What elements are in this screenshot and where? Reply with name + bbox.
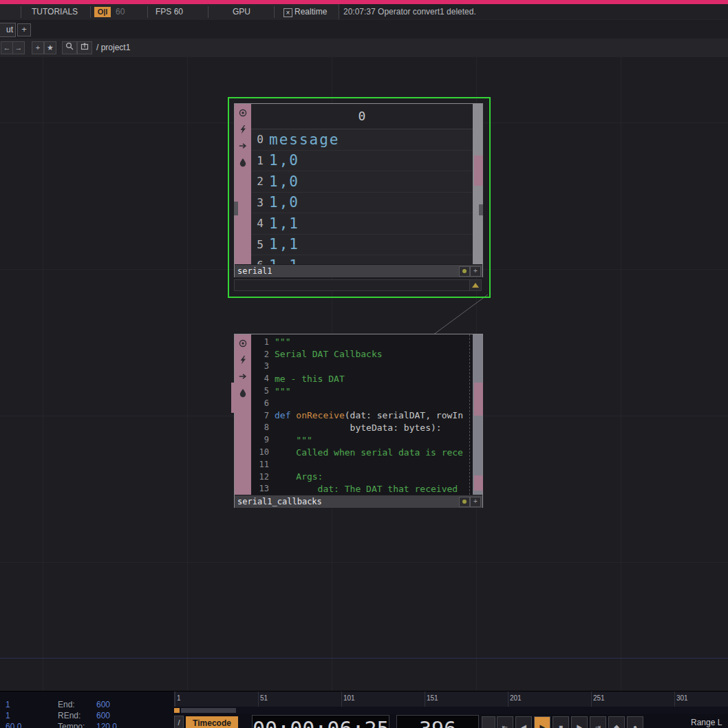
timecode-mode-button[interactable]: / <box>174 716 184 728</box>
realtime-checkbox[interactable]: × <box>283 8 292 17</box>
dat-input-connector[interactable] <box>231 383 237 413</box>
dock-flag-icon[interactable] <box>236 369 250 384</box>
forward-button[interactable]: → <box>12 41 25 54</box>
node-add-button[interactable]: + <box>470 266 481 277</box>
node-serial1-callbacks[interactable]: 1"""2Serial DAT Callbacks34me - this DAT… <box>234 334 483 508</box>
fps-indicator[interactable]: FPS 60 <box>156 7 183 17</box>
touchdesigner-window: TUTORIALS O|I 60 FPS 60 GPU × Realtime 2… <box>0 0 728 728</box>
timecode-label[interactable]: Timecode <box>186 716 238 728</box>
divider <box>274 6 275 18</box>
table-row[interactable]: 41,1 <box>251 213 473 235</box>
tutorials-button[interactable]: TUTORIALS <box>32 7 78 17</box>
dat-output-connector[interactable] <box>474 383 483 416</box>
transport-play-forward-button[interactable]: ▶ <box>571 716 588 728</box>
transport-play-button[interactable]: ▶ <box>534 716 550 728</box>
rate-value[interactable]: 60.0 <box>6 722 21 728</box>
tempo-value[interactable]: 120.0 <box>96 722 117 728</box>
star-button[interactable]: ★ <box>44 41 56 54</box>
add-bookmark-button[interactable]: + <box>32 41 44 54</box>
transport-cue-button[interactable]: ● <box>627 716 643 728</box>
dat-text-viewer[interactable]: 1"""2Serial DAT Callbacks34me - this DAT… <box>251 334 473 495</box>
code-segment: """ <box>275 435 312 445</box>
cook-flag-icon[interactable] <box>236 155 250 170</box>
code-line: 8 byteData: bytes): <box>251 422 473 434</box>
node-name-bar: serial1_callbacks + <box>235 495 482 508</box>
dock-flag-icon[interactable] <box>236 138 250 153</box>
add-pane-tab-button[interactable]: + <box>17 23 31 36</box>
node-name[interactable]: serial1 <box>237 266 272 276</box>
code-segment: Called when serial data is rece <box>275 447 463 458</box>
ruler-tick-label: 251 <box>593 694 605 702</box>
ruler-tick-label: 201 <box>510 694 522 702</box>
timeline-scrollbar[interactable] <box>174 707 728 714</box>
table-row[interactable]: 21,0 <box>251 171 473 193</box>
timeline-ruler[interactable]: 151101151201251301 <box>174 692 728 707</box>
table-row[interactable]: 61,1 <box>251 255 473 264</box>
node-name[interactable]: serial1_callbacks <box>237 497 322 506</box>
line-number: 2 <box>251 350 275 359</box>
dat-table-viewer[interactable]: 0 0message11,021,031,041,151,161,1 <box>251 104 473 264</box>
search-button[interactable] <box>62 41 77 54</box>
code-line: 13 dat: The DAT that received <box>251 483 473 495</box>
viewer-active-button[interactable] <box>459 497 470 507</box>
panel-separator <box>0 658 728 659</box>
dat-input-connector[interactable] <box>234 202 238 215</box>
divider <box>208 6 208 18</box>
transport-jump-end-button[interactable]: ⇥ <box>590 716 606 728</box>
code-segment: Serial DAT Callbacks <box>275 349 383 359</box>
transport-loop-button[interactable]: ◆ <box>608 716 625 728</box>
timeline-scroll-handle[interactable] <box>181 708 236 713</box>
ruler-tick-label: 301 <box>676 694 688 702</box>
status-message: 20:07:37 Operator convert1 deleted. <box>343 7 476 17</box>
bypass-flag-icon[interactable] <box>236 352 250 367</box>
oi-toggle[interactable]: O|I <box>94 7 111 17</box>
row-index: 3 <box>251 196 264 209</box>
playhead-marker[interactable] <box>174 708 180 713</box>
ruler-tick-label: 51 <box>260 694 268 702</box>
end-frame-value[interactable]: 600 <box>96 700 110 709</box>
pane-tab[interactable]: ut <box>0 23 16 37</box>
row-index: 2 <box>251 175 264 188</box>
transport-aux-button[interactable] <box>482 716 495 728</box>
ruler-tick <box>591 692 592 707</box>
node-add-button[interactable]: + <box>470 497 481 507</box>
back-button[interactable]: ← <box>1 41 13 54</box>
node-serial1[interactable]: 0 0message11,021,031,041,151,161,1 seria… <box>234 103 483 277</box>
code-line: 2Serial DAT Callbacks <box>251 348 473 361</box>
divider <box>21 6 21 18</box>
ruler-tick <box>175 692 175 707</box>
row-index: 6 <box>251 259 264 264</box>
row-index: 1 <box>251 154 264 167</box>
range-start-value[interactable]: 1 <box>6 711 10 720</box>
cell-value: 1,1 <box>269 215 299 232</box>
dat-output-connector-small[interactable] <box>479 204 483 215</box>
transport-step-back-button[interactable]: ◀ <box>515 716 532 728</box>
bypass-flag-icon[interactable] <box>236 122 250 137</box>
code-segment: me - this DAT <box>275 374 345 384</box>
breadcrumb[interactable]: / project1 <box>96 43 130 52</box>
start-frame-value[interactable]: 1 <box>6 700 10 709</box>
cook-flag-icon[interactable] <box>236 385 250 400</box>
range-end-value[interactable]: 600 <box>96 711 110 720</box>
viewer-flag-icon[interactable] <box>236 336 250 351</box>
range-limit-label: Range L <box>691 718 722 727</box>
expand-docked-button[interactable] <box>469 280 481 290</box>
transport-jump-start-button[interactable]: ⇤ <box>497 716 513 728</box>
ruler-tick <box>258 692 259 707</box>
code-segment: Args: <box>275 471 323 482</box>
gpu-indicator[interactable]: GPU <box>233 7 250 17</box>
line-number: 9 <box>251 435 275 445</box>
realtime-label[interactable]: Realtime <box>295 7 327 17</box>
table-row[interactable]: 31,0 <box>251 193 473 214</box>
transport-pause-button[interactable]: ■ <box>553 716 569 728</box>
table-row[interactable]: 0message <box>251 129 473 151</box>
cell-value: 1,0 <box>269 173 299 190</box>
parent-shortcut-button[interactable] <box>77 41 92 54</box>
table-row[interactable]: 51,1 <box>251 235 473 256</box>
dat-output-connector-2[interactable] <box>474 475 483 491</box>
table-row[interactable]: 11,0 <box>251 151 473 172</box>
dat-output-connector[interactable] <box>474 156 483 186</box>
cell-value: 1,0 <box>269 152 299 169</box>
viewer-active-button[interactable] <box>459 266 470 277</box>
viewer-flag-icon[interactable] <box>236 105 250 120</box>
